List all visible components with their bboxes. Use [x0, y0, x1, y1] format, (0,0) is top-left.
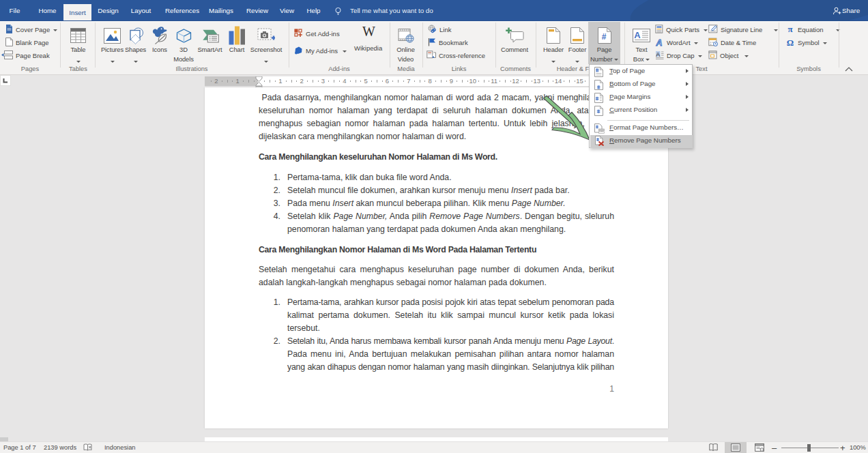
- svg-text:A: A: [655, 38, 662, 47]
- svg-text:A: A: [656, 51, 660, 58]
- svg-text:Ω: Ω: [787, 38, 794, 46]
- svg-text:π: π: [787, 25, 792, 33]
- svg-text:A: A: [634, 30, 641, 40]
- svg-text:#: #: [601, 32, 606, 42]
